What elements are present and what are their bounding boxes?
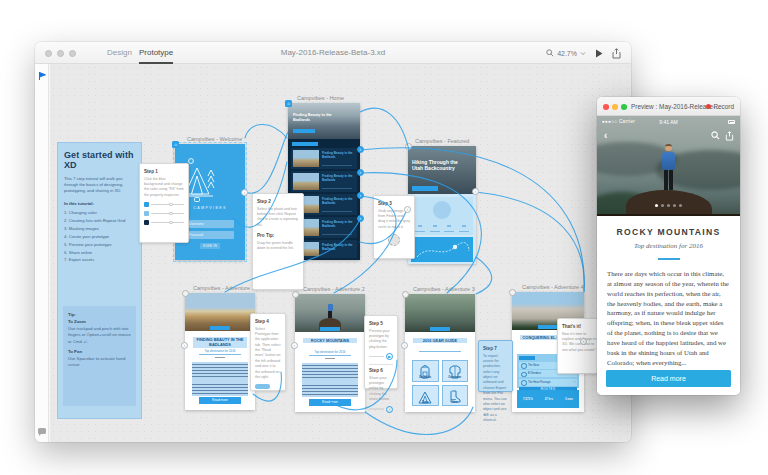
map-section <box>411 237 473 262</box>
wire-node[interactable]: › <box>357 192 364 199</box>
preview-window: Preview : May-2016-Release-... Record ●●… <box>597 97 740 395</box>
artboard-label-featured[interactable]: Campvibes - Featured <box>415 138 469 144</box>
article-subtitle-link[interactable] <box>419 350 461 352</box>
read-more-button[interactable]: Read more <box>199 397 241 404</box>
chevron-right-icon: › <box>574 379 575 386</box>
wire-node[interactable]: › <box>181 342 188 349</box>
read-more-button[interactable]: Read more <box>309 399 351 406</box>
comment-icon[interactable] <box>38 428 46 434</box>
play-button[interactable] <box>595 49 603 58</box>
color-swatch[interactable] <box>144 202 149 207</box>
password-field[interactable]: Password <box>186 231 234 239</box>
thats-it-card[interactable]: That's it! Now it's time to explore and … <box>557 318 602 374</box>
window-zoom-button[interactable] <box>69 50 76 57</box>
artboard-adventure2[interactable]: ROCKY MOUNTAINS Top destination for 2016… <box>295 294 365 412</box>
step-card-5-6[interactable]: Step 5 Preview your prototype by clickin… <box>364 315 398 389</box>
gear-cell-outerwear[interactable]: Outerwear <box>442 360 469 382</box>
preview-zoom-button[interactable] <box>621 104 627 110</box>
artboard-label-adventure1[interactable]: Campvibes - Adventure 1 <box>193 285 255 291</box>
artboard-label-adventure4[interactable]: Campvibes - Adventure 4 <box>522 284 584 290</box>
artboard-label-adventure3[interactable]: Campvibes - Adventure 3 <box>413 286 475 292</box>
window-minimize-button[interactable] <box>57 50 64 57</box>
carousel-dots[interactable] <box>597 193 740 211</box>
preview-close-button[interactable] <box>603 104 609 110</box>
zoom-control[interactable]: 42.7% <box>546 49 586 57</box>
home-hero-title: Finding Beauty in the Badlands <box>293 113 339 123</box>
article-subtitle: Top destination for 2016 <box>597 242 740 250</box>
preview-minimize-button[interactable] <box>612 104 618 110</box>
tab-prototype[interactable]: Prototype <box>139 42 173 64</box>
play-icon[interactable]: ▶ <box>386 353 393 360</box>
wire-node[interactable]: › <box>291 342 298 349</box>
back-chevron-icon[interactable]: ‹ <box>604 130 607 142</box>
row-subline <box>322 165 352 167</box>
read-more-button[interactable]: Read more <box>606 370 731 387</box>
color-swatch[interactable] <box>144 220 149 225</box>
artboard-label-welcome[interactable]: Campvibes - Welcome <box>187 136 242 142</box>
route-row[interactable]: The Heart Passage› <box>519 379 577 386</box>
slider[interactable] <box>151 204 184 206</box>
step-card-2[interactable]: Step 2 Select the photo and text below, … <box>252 193 304 290</box>
gear-cell-tents[interactable]: Tents <box>412 385 439 407</box>
username-field[interactable]: Username <box>186 220 234 228</box>
window-close-button[interactable] <box>45 50 52 57</box>
artboard-label-home[interactable]: Campvibes - Home <box>297 95 344 101</box>
artboard-adventure1[interactable]: FINDING BEAUTY IN THE BADLANDS Top desti… <box>185 293 255 410</box>
slider[interactable] <box>151 213 184 215</box>
artboard-featured[interactable]: Hiking Through the Utah Backcountry <box>408 146 476 264</box>
featured-hero-title: Hiking Through the Utah Backcountry <box>412 159 462 172</box>
share-icon[interactable]: ↑ <box>386 406 393 413</box>
share-icon[interactable] <box>725 131 734 141</box>
wire-node[interactable]: › <box>580 338 587 345</box>
home-badge-icon: ⌂ <box>172 141 179 148</box>
hiker-figure <box>327 304 333 318</box>
wire-node[interactable]: › <box>357 146 364 153</box>
wire-node[interactable]: › <box>241 189 248 196</box>
battery-icon <box>728 120 735 124</box>
list-item[interactable]: Finding Beauty in the Badlands <box>291 171 357 192</box>
step-card-3[interactable]: Step 3 Grab any image from Finder and dr… <box>373 195 415 259</box>
wire-target-pill[interactable] <box>255 384 270 389</box>
color-swatch[interactable] <box>144 211 149 216</box>
share-button[interactable] <box>612 48 621 59</box>
stat-value: 7,573 ft <box>523 397 533 401</box>
wire-node[interactable]: › <box>357 169 364 176</box>
signin-button[interactable]: SIGN IN <box>200 243 220 249</box>
tab-design[interactable]: Design <box>107 42 132 64</box>
wire-node[interactable]: › <box>401 342 408 349</box>
record-button[interactable]: Record <box>706 97 734 116</box>
featured-hero-chip[interactable] <box>412 186 438 191</box>
article-subtitle: Top destination for 2016 <box>309 350 351 356</box>
slider[interactable] <box>151 222 184 224</box>
wire-node[interactable]: › <box>472 188 479 195</box>
tutorial-panel[interactable]: Get started with XD This 7 step tutorial… <box>57 142 142 419</box>
divider <box>658 258 680 260</box>
search-icon[interactable] <box>711 131 720 140</box>
list-item[interactable]: Finding Beauty in the Badlands <box>291 148 357 169</box>
artboard-adventure3[interactable]: 2016 GEAR GUIDE Daypacks Outerwear Tents <box>405 294 475 412</box>
step-card-4[interactable]: Step 4 Select Prototype from the applica… <box>250 313 286 391</box>
step-text: To export assets for production, select … <box>483 354 508 424</box>
start-flag-icon[interactable] <box>39 72 46 80</box>
artboard-label-adventure2[interactable]: Campvibes - Adventure 2 <box>303 286 365 292</box>
artboard-badge-icon <box>402 291 409 298</box>
featured-info-card <box>411 197 473 235</box>
wire-node[interactable]: › <box>404 206 411 213</box>
stat-value: 3 max <box>565 397 573 401</box>
selected-paragraph[interactable] <box>302 363 358 397</box>
gear-label: Gear <box>443 401 468 404</box>
gear-cell-daypacks[interactable]: Daypacks <box>412 360 439 382</box>
mask-circle[interactable] <box>388 234 400 246</box>
selected-paragraph[interactable] <box>192 362 248 396</box>
tutorial-list-title: In this tutorial: <box>64 201 135 206</box>
step-card-1[interactable]: Step 1 Click the blue background and cha… <box>139 163 189 243</box>
photo-chip <box>538 325 558 329</box>
xd-window: Design Prototype May-2016-Release-Beta-3… <box>35 42 631 442</box>
wire-node[interactable]: › <box>357 215 364 222</box>
gear-cell-gear[interactable]: Gear <box>442 385 469 407</box>
thumbnail-photo <box>293 173 319 190</box>
step-title: Step 2 <box>257 199 299 204</box>
step-card-7[interactable]: Step 7 To export assets for production, … <box>478 340 513 392</box>
left-toolbar <box>35 64 49 442</box>
tutorial-item: 3. Masking images <box>64 225 135 233</box>
